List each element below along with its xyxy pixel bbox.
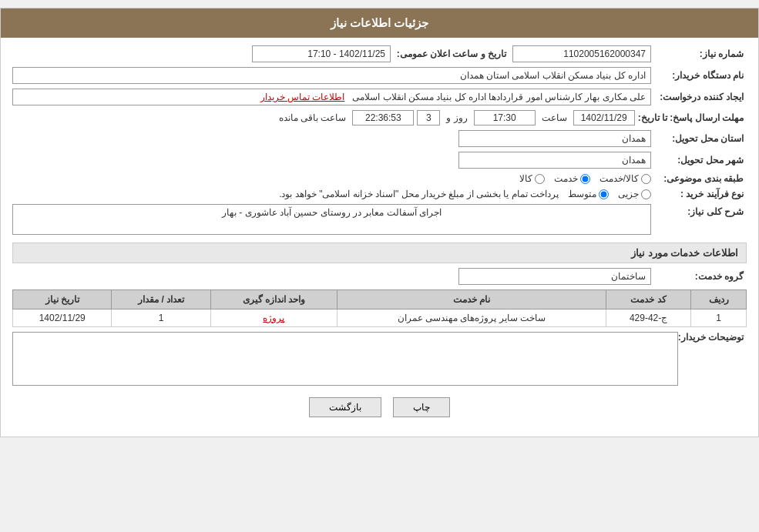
mohlat-roz: 3: [417, 110, 440, 125]
mohlat-countdown: 22:36:53: [352, 110, 414, 125]
ijad-value: علی مکاری بهار کارشناس امور قراردادها اد…: [12, 89, 651, 105]
shomare-label: شماره نیاز:: [654, 49, 747, 59]
shahr-value: همدان: [458, 152, 651, 169]
col-vahed: واحد اندازه گیری: [210, 290, 337, 309]
row-grooh: گروه خدمت: ساختمان: [12, 268, 747, 285]
grooh-value: ساختمان: [458, 268, 651, 285]
ijad-label: ایجاد کننده درخواست:: [654, 92, 747, 102]
tarife-radio-group: کالا/خدمت خدمت کالا: [12, 173, 651, 184]
namdastgah-value: اداره کل بنیاد مسکن انقلاب اسلامی استان …: [12, 67, 651, 84]
noe-radio-group: جزیی متوسط پرداخت تمام یا بخشی از مبلغ خ…: [12, 189, 651, 199]
page-wrapper: جزئیات اطلاعات نیاز شماره نیاز: 11020051…: [0, 8, 759, 437]
tarife-khedmat-radio[interactable]: [580, 174, 590, 184]
col-radif: ردیف: [691, 290, 747, 309]
row-ijad: ایجاد کننده درخواست: علی مکاری بهار کارش…: [12, 89, 747, 105]
noe-motovaset-label: متوسط: [568, 189, 596, 199]
tarife-khedmat-label: خدمت: [554, 173, 578, 184]
page-title: جزئیات اطلاعات نیاز: [331, 16, 428, 29]
btn-chap[interactable]: چاپ: [393, 397, 450, 417]
grooh-label: گروه خدمت:: [654, 271, 747, 282]
tarife-kala-khedmat-label: کالا/خدمت: [599, 173, 639, 184]
row-ostan: استان محل تحویل: همدان: [12, 130, 747, 147]
ostan-label: استان محل تحویل:: [654, 133, 747, 144]
tarife-kala: کالا: [519, 173, 545, 184]
noe-farayand-note: پرداخت تمام یا بخشی از مبلغ خریدار محل "…: [279, 189, 559, 199]
mohlat-saat-label: ساعت باقی مانده: [279, 112, 347, 123]
tozih-section: توضیحات خریدار:: [12, 332, 747, 386]
shahr-label: شهر محل تحویل:: [654, 155, 747, 166]
table-row: 1ج-42-429ساخت سایر پروژه‌های مهندسی عمرا…: [13, 309, 747, 327]
khadamat-section-title: اطلاعات خدمات مورد نیاز: [12, 243, 747, 263]
noe-jozi-radio[interactable]: [641, 189, 651, 199]
col-tarikh: تاریخ نیاز: [13, 290, 112, 309]
mohlat-label: مهلت ارسال پاسخ: تا تاریخ:: [638, 112, 747, 123]
tarife-kala-khedmat: کالا/خدمت: [599, 173, 651, 184]
ijad-link[interactable]: اطلاعات تماس خریدار: [260, 92, 345, 102]
buttons-row: چاپ بازگشت: [12, 397, 747, 417]
noe-jozi: جزیی: [618, 189, 651, 199]
sharh-value: اجرای آسفالت معابر در روستای حسین آباد ع…: [12, 204, 651, 235]
tarife-kala-radio[interactable]: [535, 174, 545, 184]
noe-motovaset-radio[interactable]: [599, 189, 609, 199]
content-area: شماره نیاز: 1102005162000347 تاریخ و ساع…: [1, 38, 758, 437]
tarife-khedmat: خدمت: [554, 173, 590, 184]
col-kod: کد خدمت: [606, 290, 691, 309]
ijad-text: علی مکاری بهار کارشناس امور قراردادها اد…: [352, 92, 646, 102]
noe-jozi-label: جزیی: [618, 189, 639, 199]
shomare-value: 1102005162000347: [512, 45, 651, 62]
tozih-textarea[interactable]: [12, 332, 678, 386]
namdastgah-label: نام دستگاه خریدار:: [654, 70, 747, 81]
page-header: جزئیات اطلاعات نیاز: [1, 8, 758, 38]
mohlat-date: 1402/11/29: [573, 110, 635, 125]
mohlat-time: 17:30: [474, 110, 536, 125]
tarikh-value: 1402/11/25 - 17:10: [252, 45, 391, 62]
tarife-kala-khedmat-radio[interactable]: [641, 174, 651, 184]
service-table: ردیف کد خدمت نام خدمت واحد اندازه گیری ت…: [12, 289, 747, 327]
row-shomare-tarikh: شماره نیاز: 1102005162000347 تاریخ و ساع…: [12, 45, 747, 62]
tarife-label: طبقه بندی موضوعی:: [654, 173, 747, 184]
tarikh-label: تاریخ و ساعت اعلان عمومی:: [394, 49, 509, 59]
row-sharh: شرح کلی نیاز: اجرای آسفالت معابر در روست…: [12, 204, 747, 235]
col-name: نام خدمت: [338, 290, 606, 309]
tozih-label: توضیحات خریدار:: [684, 332, 747, 343]
mohlat-time-label: ساعت: [542, 112, 567, 123]
row-namdastgah: نام دستگاه خریدار: اداره کل بنیاد مسکن ا…: [12, 67, 747, 84]
sharh-label: شرح کلی نیاز:: [654, 204, 747, 217]
noe-farayand-label: نوع فرآیند خرید :: [654, 189, 747, 199]
btn-bazgasht[interactable]: بازگشت: [309, 397, 381, 417]
row-shahr: شهر محل تحویل: همدان: [12, 152, 747, 169]
row-noe-farayand: نوع فرآیند خرید : جزیی متوسط پرداخت تمام…: [12, 189, 747, 199]
tarife-kala-label: کالا: [519, 173, 532, 184]
mohlat-roz-label: روز و: [446, 112, 467, 123]
row-tarife: طبقه بندی موضوعی: کالا/خدمت خدمت کالا: [12, 173, 747, 184]
noe-motovaset: متوسط: [568, 189, 609, 199]
col-tedad: تعداد / مقدار: [112, 290, 210, 309]
row-mohlat: مهلت ارسال پاسخ: تا تاریخ: 1402/11/29 سا…: [12, 110, 747, 125]
ostan-value: همدان: [458, 130, 651, 147]
